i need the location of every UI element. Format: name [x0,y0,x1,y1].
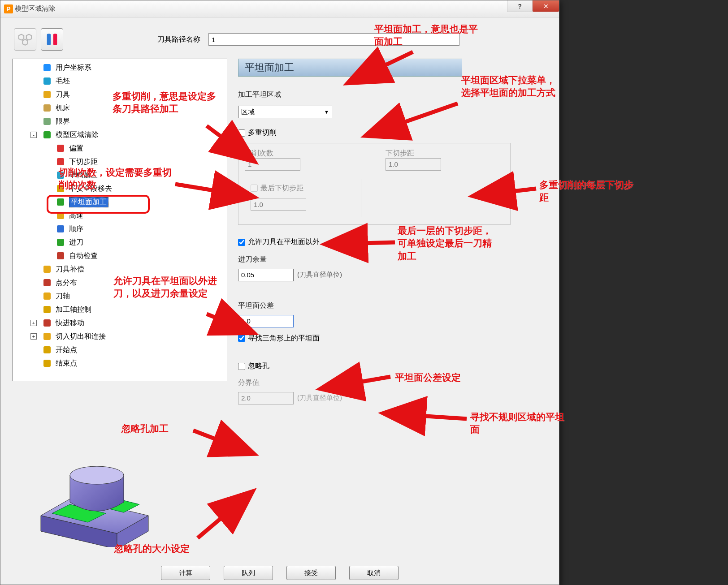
tree-label: 刀具补偿 [56,265,84,274]
tree-icon [56,237,65,247]
tree-item-limit[interactable]: 限界 [13,115,227,128]
tree-item-machine[interactable]: 机床 [13,101,227,115]
tree-label: 用户坐标系 [56,63,91,73]
toolbar-row: 刀具路径名称 [0,17,559,59]
tree-label: 壁精加工 [69,171,98,180]
ignorehole-checkbox[interactable]: 忽略孔 [238,361,269,371]
tree-item-startpt[interactable]: 开始点 [13,343,227,357]
tree-item-mrc[interactable]: -模型区域清除 [13,128,227,142]
tree-item-leads[interactable]: +切入切出和连接 [13,330,227,343]
region-combo[interactable]: 区域 ▼ [238,106,332,118]
tree-icon [42,264,52,274]
svg-rect-18 [43,279,51,286]
tree-item-flat[interactable]: 平坦面加工 [13,195,227,209]
svg-rect-19 [43,292,51,300]
flattol-input[interactable] [238,315,294,327]
svg-rect-5 [43,104,51,112]
svg-rect-0 [47,34,51,45]
cutcount-label: 切削次数 [245,149,300,158]
svg-rect-17 [43,266,51,273]
strategy-icon [44,32,60,47]
tree-item-toolcomp[interactable]: 刀具补偿 [13,262,227,276]
tb-button-1[interactable] [14,28,36,51]
illustration-3d [27,448,162,547]
svg-rect-4 [43,91,51,98]
laststep-input [251,198,306,211]
app-icon: P [4,4,13,13]
strategy-tree[interactable]: 用户坐标系毛坯刀具机床限界-模型区域清除偏置下切步距壁精加工不安全段移去平坦面加… [12,59,227,381]
tree-icon [42,90,52,99]
tb-button-2[interactable] [41,28,63,51]
tree-item-toolaxis[interactable]: 刀轴 [13,289,227,303]
tree-icon [42,291,52,301]
tree-item-ptdist[interactable]: 点分布 [13,276,227,289]
expander-icon[interactable]: - [30,132,37,138]
findflat-checkbox[interactable]: 寻找三角形上的平坦面 [238,334,320,343]
tree-icon [42,63,52,73]
dialog-model-area-clear: P 模型区域清除 ? ✕ 刀具路径名称 用户坐标系毛坯刀具机床限界-模型区域清除… [0,0,559,585]
tree-item-unsafe[interactable]: 不安全段移去 [13,182,227,195]
findflat-check-input[interactable] [238,335,245,342]
svg-rect-22 [43,333,51,340]
compute-button[interactable]: 计算 [161,566,210,580]
tree-icon [56,197,65,207]
tree-label: 切入切出和连接 [56,332,106,341]
tree-label: 进刀 [69,238,83,247]
tree-item-leadin[interactable]: 进刀 [13,236,227,249]
tree-label: 快进移动 [56,318,84,328]
svg-rect-7 [43,131,51,138]
svg-rect-13 [57,212,64,219]
svg-rect-11 [57,185,64,192]
tree-item-tool[interactable]: 刀具 [13,88,227,101]
tree-item-ucs[interactable]: 用户坐标系 [13,61,227,74]
tree-label: 机床 [56,103,70,113]
svg-rect-24 [43,360,51,367]
flattol-label: 平坦面公差 [238,301,547,310]
tree-item-autochk[interactable]: 自动检查 [13,249,227,262]
accept-button[interactable]: 接受 [286,566,336,580]
tree-icon [56,184,65,194]
tree-item-offset[interactable]: 偏置 [13,142,227,155]
tree-icon [56,157,65,167]
tree-label: 模型区域清除 [56,130,99,140]
queue-button[interactable]: 队列 [224,566,273,580]
ignorehole-check-input[interactable] [238,363,245,370]
tree-item-wallfin[interactable]: 壁精加工 [13,168,227,182]
multicut-checkbox[interactable]: 多重切削 [238,128,277,138]
svg-rect-14 [57,225,64,232]
allow-outside-check-input[interactable] [238,239,245,246]
tree-item-rapid[interactable]: +快进移动 [13,316,227,330]
help-button[interactable]: ? [507,0,532,12]
cancel-button[interactable]: 取消 [349,566,399,580]
leadstock-input[interactable] [238,269,294,281]
tree-icon [42,116,52,126]
tree-item-order[interactable]: 顺序 [13,222,227,236]
svg-point-30 [70,466,124,484]
laststep-checkbox[interactable]: 最后下切步距 [251,184,303,193]
svg-rect-15 [57,239,64,246]
tree-label: 开始点 [56,345,77,355]
tree-icon [56,251,65,261]
tree-icon [42,331,52,341]
svg-rect-21 [43,319,51,327]
allow-outside-checkbox[interactable]: 允许刀具在平坦面以外 [238,237,320,247]
tree-label: 自动检查 [69,251,98,261]
tree-label: 毛坯 [56,77,70,86]
multicut-group: 切削次数 下切步距 最后下切步距 [238,143,511,225]
stepdown-label: 下切步距 [386,149,441,158]
tree-item-blank[interactable]: 毛坯 [13,74,227,88]
chevron-down-icon: ▼ [324,109,329,115]
tree-item-endpt[interactable]: 结束点 [13,357,227,370]
expander-icon[interactable]: + [30,320,37,326]
tree-icon [42,318,52,328]
tree-item-stepdown[interactable]: 下切步距 [13,155,227,168]
tree-label: 高速 [69,211,83,220]
window-title: 模型区域清除 [15,4,55,13]
toolpath-name-input[interactable] [208,33,459,46]
close-button[interactable]: ✕ [532,0,559,12]
tree-item-hispeed[interactable]: 高速 [13,209,227,222]
svg-rect-1 [53,34,57,45]
expander-icon[interactable]: + [30,333,37,340]
tree-item-axisctl[interactable]: 加工轴控制 [13,303,227,316]
multicut-check-input[interactable] [238,129,245,137]
